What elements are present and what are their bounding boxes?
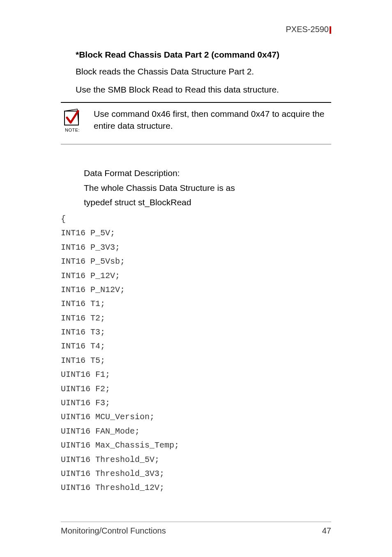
page-footer: Monitoring/Control Functions 47 [61,522,331,536]
note-block: NOTE: Use command 0x46 first, then comma… [61,102,331,144]
note-icon-wrap: NOTE: [63,108,81,132]
note-caption: NOTE: [65,128,80,132]
description-block: Data Format Description: The whole Chass… [84,166,331,210]
section-title: *Block Read Chassis Data Part 2 (command… [76,50,331,60]
desc-line-2: The whole Chassis Data Structure is as [84,181,331,195]
footer-section: Monitoring/Control Functions [61,526,166,536]
product-name: PXES-2590 [286,25,329,34]
page-header: PXES-2590 [61,25,331,34]
desc-line-1: Data Format Description: [84,166,331,181]
code-struct: { INT16 P_5V; INT16 P_3V3; INT16 P_5Vsb;… [61,212,331,495]
section-para-2: Use the SMB Block Read to Read this data… [76,84,331,96]
section-para-1: Block reads the Chassis Data Structure P… [76,65,331,78]
note-text: Use command 0x46 first, then command 0x4… [94,108,331,132]
footer-page-number: 47 [322,526,331,536]
accent-bar [330,26,331,34]
note-checkmark-icon [63,108,81,126]
desc-line-3: typedef struct st_BlockRead [84,195,331,210]
